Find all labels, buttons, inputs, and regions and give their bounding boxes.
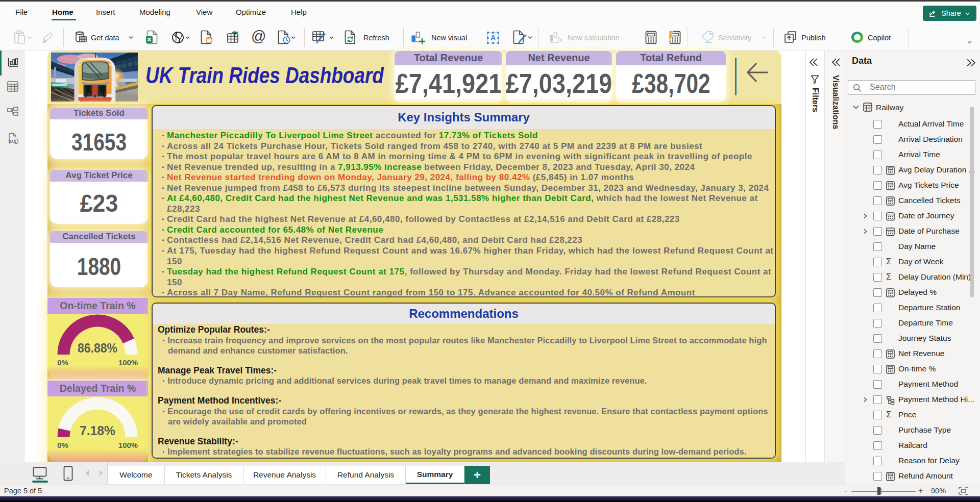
svg-text:0%: 0% xyxy=(57,358,68,367)
svg-text:100%: 100% xyxy=(118,441,138,449)
svg-text:100%: 100% xyxy=(118,358,138,367)
svg-text:0%: 0% xyxy=(57,441,68,449)
svg-text:7.18%: 7.18% xyxy=(80,423,115,438)
svg-text:DAX: DAX xyxy=(9,140,16,143)
svg-text:86.88%: 86.88% xyxy=(78,340,117,356)
svg-text:fx: fx xyxy=(557,36,562,43)
svg-text:A: A xyxy=(491,34,496,42)
